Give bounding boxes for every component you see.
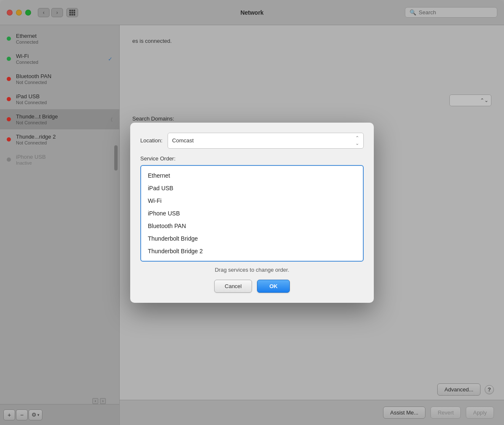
- network-window: ‹ › Network 🔍 Ethernet: [0, 0, 504, 425]
- service-item-ipad-usb[interactable]: iPad USB: [141, 182, 363, 194]
- modal-location-label: Location:: [140, 137, 163, 144]
- location-select-arrow-icon: ⌃⌄: [355, 135, 359, 146]
- service-item-ethernet[interactable]: Ethernet: [141, 169, 363, 182]
- service-item-thunderbolt-bridge2[interactable]: Thunderbolt Bridge 2: [141, 245, 363, 257]
- service-order-modal: Location: Comcast ⌃⌄ Service Order: Ethe…: [130, 123, 374, 303]
- modal-location-row: Location: Comcast ⌃⌄: [140, 133, 364, 149]
- cancel-button[interactable]: Cancel: [214, 280, 252, 293]
- location-select[interactable]: Comcast ⌃⌄: [168, 133, 364, 149]
- service-order-label: Service Order:: [140, 155, 364, 162]
- service-item-iphone-usb[interactable]: iPhone USB: [141, 207, 363, 220]
- service-item-bluetooth-pan[interactable]: Bluetooth PAN: [141, 220, 363, 232]
- modal-buttons: Cancel OK: [140, 280, 364, 293]
- service-item-wifi[interactable]: Wi-Fi: [141, 194, 363, 207]
- modal-overlay: Location: Comcast ⌃⌄ Service Order: Ethe…: [0, 0, 504, 425]
- ok-button[interactable]: OK: [257, 280, 290, 293]
- location-select-value: Comcast: [172, 137, 194, 144]
- drag-hint-text: Drag services to change order.: [140, 267, 364, 273]
- service-item-thunderbolt-bridge[interactable]: Thunderbolt Bridge: [141, 232, 363, 245]
- service-order-list: Ethernet iPad USB Wi-Fi iPhone USB Bluet…: [140, 165, 364, 262]
